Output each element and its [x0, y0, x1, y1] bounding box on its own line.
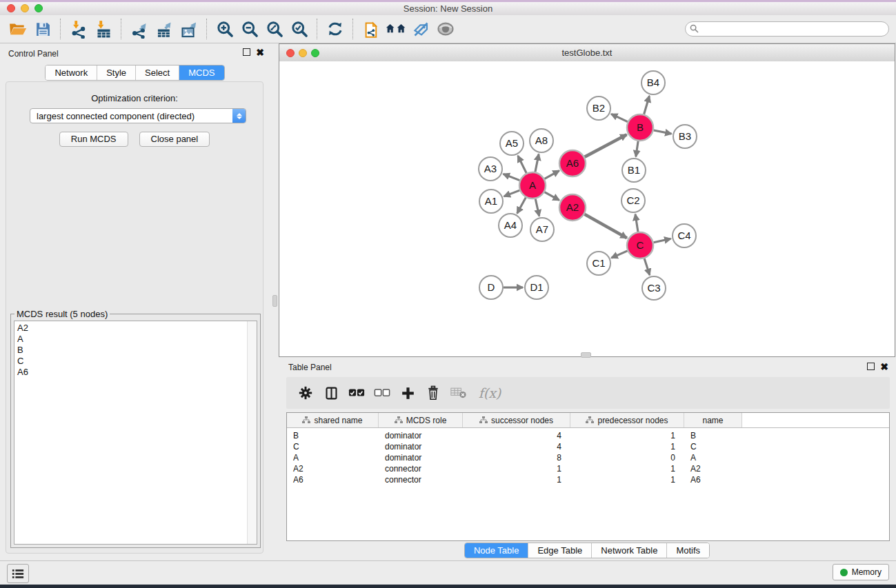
tab-network-table[interactable]: Network Table [592, 543, 667, 558]
import-table-button[interactable] [93, 19, 114, 39]
memory-button[interactable]: Memory [833, 564, 889, 580]
search-input[interactable] [685, 21, 889, 37]
show-columns-button[interactable] [321, 383, 341, 403]
graph-edge[interactable] [518, 156, 526, 173]
graph-edge[interactable] [517, 198, 526, 214]
show-panel-list-button[interactable] [7, 564, 29, 583]
table-cell[interactable]: 1 [570, 442, 684, 452]
column-header[interactable]: shared name [287, 413, 379, 427]
table-cell[interactable]: A6 [287, 475, 379, 485]
graph-node[interactable]: B4 [641, 71, 665, 94]
table-cell[interactable]: 1 [463, 475, 570, 485]
graph-edge[interactable] [545, 192, 559, 201]
result-item[interactable]: A2 [17, 323, 257, 334]
tab-network[interactable]: Network [46, 65, 97, 80]
graph-edge[interactable] [535, 154, 539, 172]
table-cell[interactable]: A2 [287, 464, 379, 474]
graph-node[interactable]: C [627, 232, 653, 258]
result-item[interactable]: B [17, 345, 257, 356]
close-panel-button[interactable]: Close panel [139, 132, 210, 147]
table-cell[interactable]: connector [379, 464, 463, 474]
add-row-button[interactable] [398, 383, 417, 403]
float-panel-icon[interactable] [243, 48, 250, 56]
tab-edge-table[interactable]: Edge Table [528, 543, 592, 558]
table-cell[interactable]: dominator [379, 442, 463, 452]
optimization-criterion-select[interactable]: largest connected component (directed) [30, 108, 246, 123]
table-cell[interactable]: connector [379, 475, 463, 485]
graph-node[interactable]: A [519, 172, 546, 199]
hide-labels-button[interactable] [410, 19, 431, 39]
table-cell[interactable]: dominator [379, 431, 463, 440]
graph-node[interactable]: C2 [621, 189, 645, 212]
table-cell[interactable]: A [684, 453, 742, 463]
graph-edge[interactable] [585, 134, 627, 156]
table-row[interactable]: Cdominator41C [287, 441, 889, 452]
refresh-layout-button[interactable] [325, 19, 346, 39]
mcds-result-list[interactable]: A2ABCA6 [14, 321, 257, 545]
graph-edge[interactable] [654, 239, 671, 242]
column-header[interactable]: MCDS role [379, 413, 463, 427]
table-cell[interactable]: 1 [570, 475, 684, 485]
graph-node[interactable]: C3 [642, 276, 666, 300]
tab-style[interactable]: Style [97, 65, 136, 80]
graph-edge[interactable] [504, 190, 520, 196]
zoom-out-button[interactable] [239, 19, 260, 39]
save-session-button[interactable] [32, 19, 53, 39]
table-cell[interactable]: dominator [379, 453, 463, 463]
graph-node[interactable]: A3 [479, 157, 502, 181]
graph-edge[interactable] [611, 251, 627, 258]
function-builder-button[interactable]: f(x) [475, 383, 505, 403]
table-cell[interactable]: 1 [570, 464, 684, 474]
graph-edge[interactable] [545, 171, 559, 179]
table-cell[interactable]: 4 [463, 442, 570, 452]
zoom-in-button[interactable] [215, 19, 235, 39]
graph-node[interactable]: D [479, 276, 503, 299]
graph-node[interactable]: B2 [587, 97, 610, 120]
table-cell[interactable]: A [287, 453, 379, 463]
graph-node[interactable]: C1 [587, 252, 610, 275]
export-table-button[interactable] [154, 19, 175, 39]
table-row[interactable]: A6connector11A6 [287, 474, 889, 485]
tab-node-table[interactable]: Node Table [465, 543, 529, 558]
delete-table-button[interactable] [449, 383, 468, 403]
table-cell[interactable]: C [684, 442, 742, 452]
result-scrollbar[interactable] [247, 321, 257, 544]
result-item[interactable]: C [17, 356, 257, 367]
table-row[interactable]: Adominator80A [287, 452, 889, 463]
graph-node[interactable]: B3 [673, 125, 697, 148]
graph-edge[interactable] [584, 214, 626, 238]
table-cell[interactable]: 4 [463, 431, 570, 440]
graph-edge[interactable] [535, 199, 539, 216]
node-table[interactable]: shared nameMCDS rolesuccessor nodesprede… [286, 412, 890, 541]
column-header[interactable]: successor nodes [463, 413, 570, 427]
table-cell[interactable]: A6 [684, 475, 742, 485]
graph-edge[interactable] [636, 141, 638, 156]
graph-edge[interactable] [611, 114, 628, 121]
graph-edge[interactable] [644, 96, 650, 114]
graph-node[interactable]: A5 [500, 132, 524, 155]
graph-node[interactable]: D1 [525, 276, 548, 299]
column-header[interactable]: name [684, 413, 742, 427]
close-table-panel-icon[interactable]: ✖ [880, 363, 888, 370]
graph-node[interactable]: C4 [673, 224, 696, 247]
table-cell[interactable]: 0 [570, 453, 684, 463]
graph-edge[interactable] [654, 130, 672, 134]
close-panel-icon[interactable]: ✖ [256, 49, 264, 56]
table-cell[interactable]: B [287, 431, 379, 440]
run-mcds-button[interactable]: Run MCDS [59, 132, 128, 147]
tab-mcds[interactable]: MCDS [179, 65, 223, 80]
table-cell[interactable]: C [287, 442, 379, 452]
graph-node[interactable]: B1 [622, 159, 646, 182]
zoom-fit-button[interactable] [264, 19, 285, 39]
float-table-panel-icon[interactable] [867, 363, 875, 370]
graph-edge[interactable] [504, 174, 520, 180]
open-session-button[interactable] [8, 19, 28, 39]
table-cell[interactable]: 1 [463, 464, 570, 474]
result-item[interactable]: A [17, 334, 257, 345]
network-canvas[interactable]: AA1A2A3A4A5A6A7A8BB1B2B3B4CC1C2C3C4DD1 [279, 61, 895, 356]
tab-select[interactable]: Select [136, 65, 179, 80]
table-cell[interactable]: A2 [684, 464, 742, 474]
delete-row-button[interactable] [424, 383, 443, 403]
table-cell[interactable]: 1 [570, 431, 684, 440]
graph-edge[interactable] [635, 214, 638, 232]
